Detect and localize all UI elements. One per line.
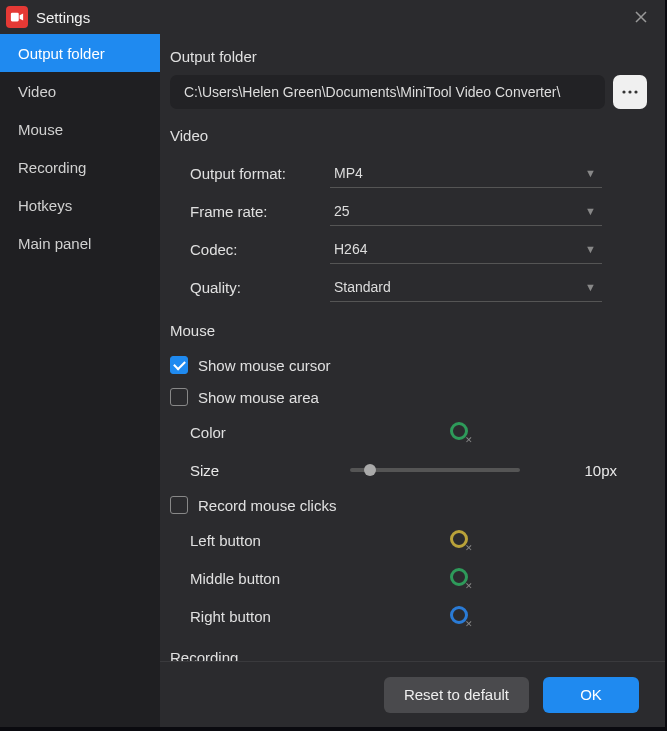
sidebar-item-label: Main panel <box>18 235 91 252</box>
footer: Reset to default OK <box>160 661 665 727</box>
section-title-output-folder: Output folder <box>170 48 647 65</box>
size-slider[interactable] <box>350 468 520 472</box>
show-cursor-checkbox[interactable] <box>170 356 188 374</box>
chevron-down-icon: ▼ <box>585 243 596 255</box>
left-button-label: Left button <box>190 532 350 549</box>
camera-icon <box>10 10 24 24</box>
cursor-glyph-icon: ✕ <box>465 543 473 553</box>
sidebar-item-mouse[interactable]: Mouse <box>0 110 160 148</box>
record-clicks-label: Record mouse clicks <box>198 497 336 514</box>
chevron-down-icon: ▼ <box>585 281 596 293</box>
section-title-video: Video <box>170 127 647 144</box>
cursor-glyph-icon: ✕ <box>465 435 473 445</box>
section-title-mouse: Mouse <box>170 322 647 339</box>
show-cursor-label: Show mouse cursor <box>198 357 331 374</box>
ok-button[interactable]: OK <box>543 677 639 713</box>
svg-point-3 <box>634 90 637 93</box>
main-area: Output folder Video Mouse Recording Hotk… <box>0 34 665 727</box>
svg-point-2 <box>628 90 631 93</box>
close-icon <box>635 11 647 23</box>
browse-folder-button[interactable] <box>613 75 647 109</box>
select-value: 25 <box>334 203 350 219</box>
content-scroll[interactable]: Output folder Video Output format: MP4 <box>160 34 665 661</box>
titlebar: Settings <box>0 0 665 34</box>
cursor-glyph-icon: ✕ <box>465 581 473 591</box>
select-value: H264 <box>334 241 367 257</box>
frame-rate-label: Frame rate: <box>190 203 330 220</box>
sidebar-item-output-folder[interactable]: Output folder <box>0 34 160 72</box>
output-format-select[interactable]: MP4 ▼ <box>330 158 602 188</box>
quality-select[interactable]: Standard ▼ <box>330 272 602 302</box>
codec-select[interactable]: H264 ▼ <box>330 234 602 264</box>
sidebar-item-label: Mouse <box>18 121 63 138</box>
sidebar-item-recording[interactable]: Recording <box>0 148 160 186</box>
sidebar-item-hotkeys[interactable]: Hotkeys <box>0 186 160 224</box>
sidebar-item-video[interactable]: Video <box>0 72 160 110</box>
sidebar-item-label: Output folder <box>18 45 105 62</box>
cursor-glyph-icon: ✕ <box>465 619 473 629</box>
reset-default-button[interactable]: Reset to default <box>384 677 529 713</box>
settings-window: Settings Output folder Video Mouse Recor… <box>0 0 665 727</box>
size-label: Size <box>190 462 350 479</box>
frame-rate-select[interactable]: 25 ▼ <box>330 196 602 226</box>
chevron-down-icon: ▼ <box>585 167 596 179</box>
left-color-swatch[interactable]: ✕ <box>450 530 470 550</box>
sidebar-item-label: Video <box>18 83 56 100</box>
middle-button-label: Middle button <box>190 570 350 587</box>
sidebar: Output folder Video Mouse Recording Hotk… <box>0 34 160 727</box>
quality-label: Quality: <box>190 279 330 296</box>
content-wrap: Output folder Video Output format: MP4 <box>160 34 665 727</box>
right-button-label: Right button <box>190 608 350 625</box>
show-area-checkbox[interactable] <box>170 388 188 406</box>
section-title-recording: Recording <box>170 649 647 661</box>
window-title: Settings <box>36 9 90 26</box>
sidebar-item-label: Hotkeys <box>18 197 72 214</box>
middle-color-swatch[interactable]: ✕ <box>450 568 470 588</box>
codec-label: Codec: <box>190 241 330 258</box>
output-folder-input[interactable] <box>170 75 605 109</box>
slider-thumb[interactable] <box>364 464 376 476</box>
svg-point-1 <box>622 90 625 93</box>
color-label: Color <box>190 424 350 441</box>
sidebar-item-main-panel[interactable]: Main panel <box>0 224 160 262</box>
app-icon <box>6 6 28 28</box>
output-format-label: Output format: <box>190 165 330 182</box>
area-color-swatch[interactable]: ✕ <box>450 422 470 442</box>
svg-rect-0 <box>11 13 19 22</box>
close-button[interactable] <box>627 3 655 31</box>
select-value: Standard <box>334 279 391 295</box>
right-color-swatch[interactable]: ✕ <box>450 606 470 626</box>
record-clicks-checkbox[interactable] <box>170 496 188 514</box>
select-value: MP4 <box>334 165 363 181</box>
chevron-down-icon: ▼ <box>585 205 596 217</box>
sidebar-item-label: Recording <box>18 159 86 176</box>
show-area-label: Show mouse area <box>198 389 319 406</box>
size-value: 10px <box>584 462 617 479</box>
ellipsis-icon <box>622 89 638 95</box>
